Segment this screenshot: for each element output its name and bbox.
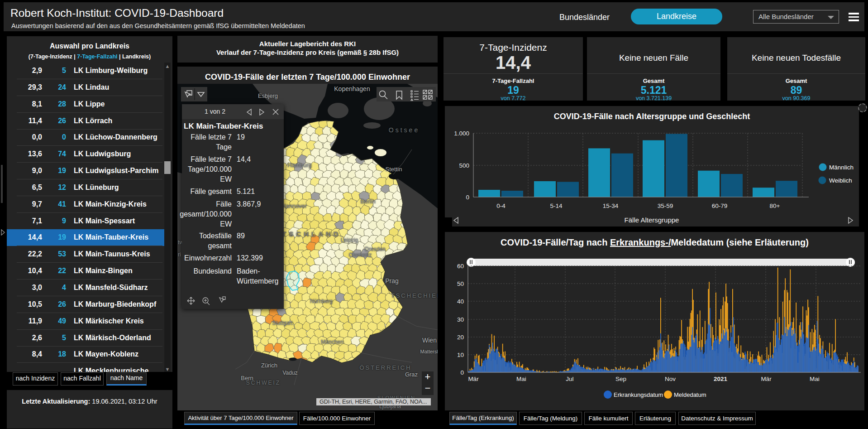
svg-text:Dresden: Dresden bbox=[365, 246, 385, 252]
svg-text:Mai: Mai bbox=[810, 376, 820, 382]
svg-text:Chemnitz: Chemnitz bbox=[349, 252, 372, 258]
svg-text:Vaduz: Vaduz bbox=[282, 370, 297, 376]
svg-text:60: 60 bbox=[457, 263, 464, 270]
svg-text:Kopenhagen: Kopenhagen bbox=[334, 85, 370, 92]
svg-text:Weiblich: Weiblich bbox=[829, 177, 852, 184]
svg-text:UTSCHLAND: UTSCHLAND bbox=[274, 230, 341, 238]
svg-text:Wien: Wien bbox=[422, 337, 437, 344]
svg-text:Hamburg: Hamburg bbox=[287, 162, 311, 169]
svg-text:Ostsee: Ostsee bbox=[389, 126, 420, 134]
svg-text:Meldedatum: Meldedatum bbox=[674, 391, 706, 398]
svg-text:Sep: Sep bbox=[615, 376, 626, 382]
svg-text:Stuttgart: Stuttgart bbox=[272, 320, 293, 326]
svg-text:20: 20 bbox=[457, 334, 464, 341]
svg-text:500: 500 bbox=[459, 162, 469, 169]
svg-text:ÖSTERREICH: ÖSTERREICH bbox=[359, 364, 411, 371]
svg-text:80+: 80+ bbox=[770, 202, 780, 209]
svg-text:10: 10 bbox=[457, 352, 464, 358]
svg-text:0: 0 bbox=[466, 194, 469, 201]
svg-text:Männlich: Männlich bbox=[829, 164, 854, 171]
svg-text:Nov: Nov bbox=[665, 376, 676, 382]
svg-text:1.000: 1.000 bbox=[454, 130, 469, 137]
svg-text:München: München bbox=[321, 339, 343, 345]
svg-text:50: 50 bbox=[457, 280, 464, 287]
svg-text:0-4: 0-4 bbox=[496, 202, 506, 209]
svg-text:TSCHECHIEN: TSCHECHIEN bbox=[391, 292, 438, 299]
svg-text:Prag: Prag bbox=[385, 277, 399, 284]
svg-text:30: 30 bbox=[457, 316, 464, 323]
svg-text:15-34: 15-34 bbox=[603, 202, 619, 209]
svg-text:Stettin: Stettin bbox=[386, 166, 402, 173]
svg-text:Leipzig: Leipzig bbox=[341, 237, 358, 243]
svg-text:Mai: Mai bbox=[516, 376, 526, 382]
svg-text:Nürnberg: Nürnberg bbox=[310, 298, 333, 304]
svg-text:Erkrankungsdatum: Erkrankungsdatum bbox=[614, 391, 663, 398]
svg-text:Mär: Mär bbox=[468, 376, 479, 382]
svg-text:35-59: 35-59 bbox=[658, 202, 673, 209]
svg-text:Berlin: Berlin bbox=[360, 198, 375, 205]
svg-text:Jul: Jul bbox=[566, 376, 573, 382]
svg-text:60-79: 60-79 bbox=[712, 202, 728, 209]
svg-text:0: 0 bbox=[460, 369, 464, 376]
svg-text:Zürich: Zürich bbox=[261, 362, 277, 369]
svg-text:Mär: Mär bbox=[761, 376, 772, 382]
svg-text:Hannover: Hannover bbox=[281, 202, 307, 209]
svg-text:2021: 2021 bbox=[714, 376, 728, 382]
svg-text:Graz: Graz bbox=[405, 371, 418, 378]
svg-text:Esbjerg: Esbjerg bbox=[258, 92, 278, 99]
svg-text:SCHWEIZ: SCHWEIZ bbox=[246, 380, 281, 386]
svg-text:5-14: 5-14 bbox=[550, 202, 563, 209]
svg-text:Mattersb: Mattersb bbox=[420, 349, 438, 354]
svg-text:40: 40 bbox=[457, 298, 464, 305]
svg-text:Fälle Altersgruppe: Fälle Altersgruppe bbox=[625, 216, 679, 224]
